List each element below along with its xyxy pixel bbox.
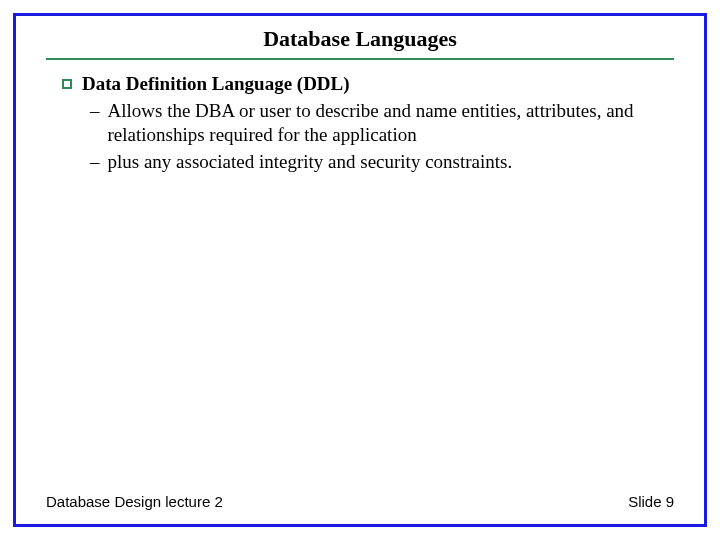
sub-bullet-list: – Allows the DBA or user to describe and… xyxy=(62,99,674,175)
title-area: Database Languages xyxy=(16,16,704,56)
dash-icon: – xyxy=(90,99,100,124)
sub-bullet-item: – plus any associated integrity and secu… xyxy=(90,150,674,175)
dash-icon: – xyxy=(90,150,100,175)
bullet-item: Data Definition Language (DDL) xyxy=(62,72,674,97)
footer: Database Design lecture 2 Slide 9 xyxy=(46,493,674,510)
content-area: Data Definition Language (DDL) – Allows … xyxy=(16,60,704,175)
slide-title: Database Languages xyxy=(16,26,704,52)
sub-bullet-text: plus any associated integrity and securi… xyxy=(108,150,513,175)
footer-left: Database Design lecture 2 xyxy=(46,493,223,510)
square-bullet-icon xyxy=(62,79,72,89)
sub-bullet-item: – Allows the DBA or user to describe and… xyxy=(90,99,674,148)
bullet-label: Data Definition Language (DDL) xyxy=(82,72,350,97)
slide-frame: Database Languages Data Definition Langu… xyxy=(13,13,707,527)
sub-bullet-text: Allows the DBA or user to describe and n… xyxy=(108,99,675,148)
footer-right: Slide 9 xyxy=(628,493,674,510)
